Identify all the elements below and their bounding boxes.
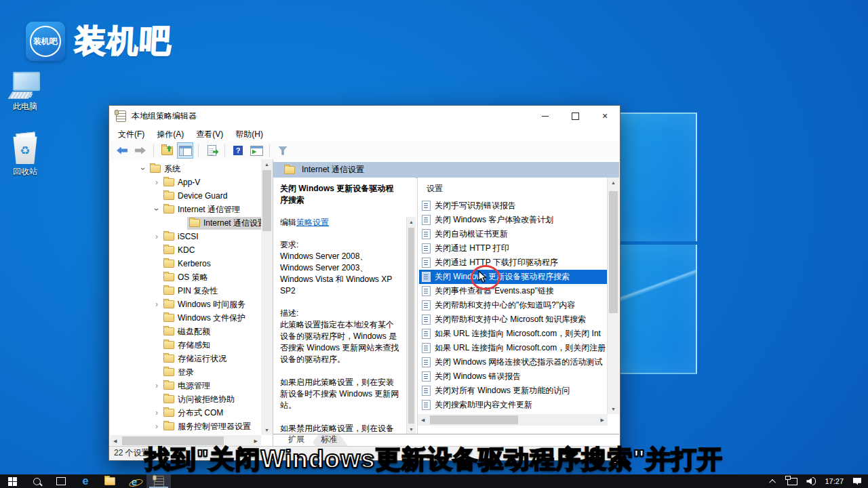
tree-item[interactable]: 系统 <box>110 162 261 176</box>
setting-row[interactable]: 关闭通过 HTTP 打印 <box>419 241 608 256</box>
description-scrollbar[interactable]: ▲▼ <box>406 217 416 434</box>
edge-button[interactable]: e <box>73 474 98 488</box>
title-bar[interactable]: 本地组策略编辑器 × <box>109 106 620 126</box>
tree-vertical-scrollbar[interactable]: ▲▼ <box>261 159 273 435</box>
menu-item[interactable]: 查看(V) <box>190 127 229 142</box>
tree-item[interactable]: OS 策略 <box>110 270 261 284</box>
action-center-button[interactable] <box>849 474 865 488</box>
setting-row[interactable]: 关闭自动根证书更新 <box>419 227 608 241</box>
policy-doc-icon <box>422 329 431 339</box>
setting-row[interactable]: 关闭通过 HTTP 下载打印驱动程序 <box>419 256 608 270</box>
settings-horizontal-scrollbar[interactable]: ◀▶ <box>418 414 608 426</box>
menu-item[interactable]: 文件(F) <box>112 127 151 142</box>
internet-explorer-button[interactable]: e <box>122 474 146 488</box>
chevron-icon[interactable] <box>152 178 161 186</box>
extended-pane-icon[interactable] <box>248 142 264 159</box>
tree-item[interactable]: KDC <box>110 243 261 257</box>
setting-row[interactable]: 关闭事件查看器"Events.asp"链接 <box>419 284 608 298</box>
toolbar-button[interactable] <box>153 144 154 157</box>
network-tray-button[interactable] <box>784 474 800 488</box>
show-console-tree-icon[interactable] <box>177 142 193 159</box>
tree-item[interactable]: Windows 时间服务 <box>110 298 261 311</box>
task-view-icon <box>56 477 66 485</box>
menu-item[interactable]: 帮助(H) <box>229 127 269 142</box>
taskbar: e e 17:27 <box>0 474 868 488</box>
minimize-button[interactable] <box>530 106 560 126</box>
setting-row[interactable]: 如果 URL 连接指向 Microsoft.com，则关闭注册 <box>419 341 608 355</box>
file-explorer-button[interactable] <box>98 474 122 488</box>
help-icon[interactable] <box>230 142 246 159</box>
chevron-icon[interactable] <box>153 205 161 214</box>
chevron-icon[interactable] <box>152 382 161 390</box>
tree-item[interactable]: Device Guard <box>110 189 261 203</box>
export-list-icon[interactable] <box>203 142 220 159</box>
back-icon[interactable] <box>114 142 130 159</box>
tree-item[interactable]: 存储运行状况 <box>110 352 261 365</box>
menu-item[interactable]: 操作(A) <box>151 127 190 142</box>
desktop-icon-this-pc[interactable]: 此电脑 <box>3 72 47 113</box>
taskbar-clock[interactable]: 17:27 <box>822 477 846 485</box>
folder-icon <box>163 341 174 349</box>
desktop-icon-label: 此电脑 <box>3 101 47 113</box>
setting-row[interactable]: 关闭搜索助理内容文件更新 <box>419 398 608 412</box>
filter-icon[interactable] <box>275 142 291 159</box>
action-center-icon <box>853 478 861 485</box>
chevron-up-icon <box>769 479 776 485</box>
setting-row[interactable]: 关闭 Windows 更新设备驱动程序搜索 <box>419 270 608 284</box>
task-view-button[interactable] <box>49 474 73 488</box>
setting-row[interactable]: 关闭 Windows 客户体验改善计划 <box>419 213 608 227</box>
setting-row[interactable]: 关闭 Windows 错误报告 <box>419 369 608 384</box>
description-label: 描述: <box>280 308 400 319</box>
gpedit-taskbar-button[interactable] <box>146 474 171 488</box>
taskbar-search-button[interactable] <box>24 474 49 488</box>
forward-icon[interactable] <box>132 142 149 159</box>
zhuangjiba-brand: 装机吧 装机吧 <box>26 20 172 62</box>
policy-doc-icon <box>422 386 431 396</box>
requirements-label: 要求: <box>280 239 400 251</box>
policy-settings-link[interactable]: 策略设置 <box>296 218 329 227</box>
toolbar-button[interactable] <box>198 144 199 157</box>
setting-row[interactable]: 关闭手写识别错误报告 <box>419 199 608 213</box>
toolbar-button[interactable] <box>269 144 270 157</box>
tree-item[interactable]: 存储感知 <box>110 338 261 352</box>
search-icon <box>33 478 41 485</box>
volume-tray-button[interactable] <box>803 474 819 488</box>
tree-item[interactable]: 登录 <box>110 365 261 379</box>
setting-row[interactable]: 关闭 Windows 网络连接状态指示器的活动测试 <box>419 355 608 369</box>
chevron-icon[interactable] <box>152 422 161 430</box>
recycle-bin-icon: ♻ <box>12 136 38 164</box>
setting-row[interactable]: 如果 URL 连接指向 Microsoft.com，则关闭 Int <box>419 327 608 341</box>
chevron-icon[interactable] <box>139 164 147 174</box>
start-button[interactable] <box>0 474 24 488</box>
close-button[interactable]: × <box>590 106 620 126</box>
tree-item[interactable]: iSCSI <box>110 230 261 243</box>
tree-item[interactable]: 服务控制管理器设置 <box>110 420 261 433</box>
tree-item[interactable]: Windows 文件保护 <box>110 311 261 325</box>
desktop-icon-recycle-bin[interactable]: ♻ 回收站 <box>3 136 47 178</box>
setting-row[interactable]: 关闭帮助和支持中心的"你知道吗?"内容 <box>419 298 608 312</box>
tree-item[interactable]: 电源管理 <box>110 379 261 392</box>
chevron-icon[interactable] <box>152 409 161 417</box>
tray-expand-button[interactable] <box>765 474 781 488</box>
settings-vertical-scrollbar[interactable]: ▲▼ <box>607 178 619 414</box>
chevron-icon[interactable] <box>152 232 161 241</box>
tree-item[interactable]: Kerberos <box>110 257 261 270</box>
toolbar-button[interactable] <box>224 144 225 157</box>
tree-item[interactable]: 访问被拒绝协助 <box>110 392 261 406</box>
setting-row[interactable]: 关闭对所有 Windows 更新功能的访问 <box>419 384 608 398</box>
chevron-icon[interactable] <box>152 300 161 308</box>
tree-item[interactable]: App-V <box>110 176 261 189</box>
setting-row[interactable]: 关闭帮助和支持中心 Microsoft 知识库搜索 <box>419 312 608 327</box>
setting-label: 关闭 Windows 错误报告 <box>435 371 521 382</box>
tree-item[interactable]: PIN 复杂性 <box>110 284 261 298</box>
settings-column-header[interactable]: 设置 <box>427 183 443 195</box>
tree-item[interactable]: 磁盘配额 <box>110 325 261 338</box>
tree-item[interactable]: Internet 通信管理 <box>110 203 261 216</box>
maximize-button[interactable] <box>560 106 590 126</box>
tree-item[interactable]: 分布式 COM <box>110 406 261 420</box>
tree-item[interactable]: Internet 通信设置 <box>110 216 261 230</box>
tree-item-label: 存储感知 <box>178 340 210 351</box>
up-one-level-icon[interactable] <box>159 142 175 159</box>
settings-list: 关闭手写识别错误报告 关闭 Windows 客户体验改善计划 关闭自动根证书更新… <box>419 199 608 414</box>
windows-logo-icon <box>8 477 17 486</box>
